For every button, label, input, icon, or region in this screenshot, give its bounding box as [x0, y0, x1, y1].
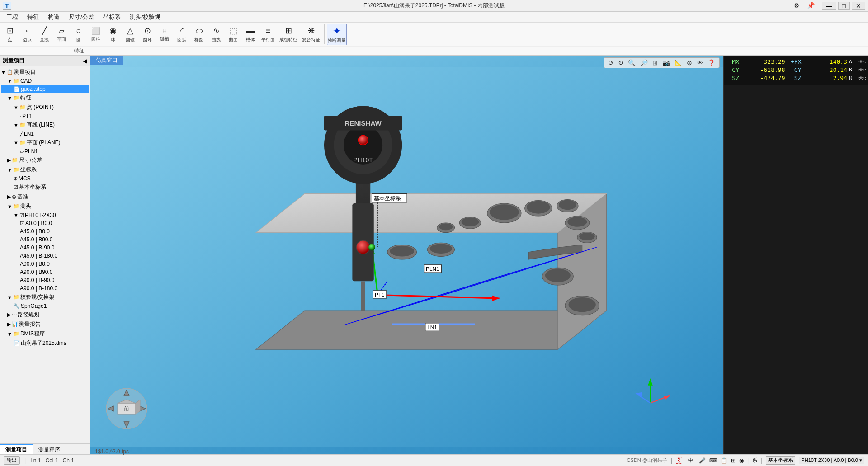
- tree-item-feature[interactable]: ▼ 📁 特征: [1, 93, 89, 103]
- tree-item-coord[interactable]: ▼ 📁 坐标系: [1, 165, 89, 174]
- menu-dimension[interactable]: 尺寸/公差: [64, 12, 99, 22]
- tree-item-calib[interactable]: ▼ 📁 校验规/交换架: [1, 292, 89, 302]
- tree-item-plane-group[interactable]: ▼ 📁 平面 (PLANE): [1, 138, 89, 147]
- tool-slot[interactable]: ▬ 槽体: [242, 24, 259, 45]
- mic-icon[interactable]: 🎤: [699, 457, 706, 464]
- settings-icon[interactable]: ⚙: [792, 2, 802, 10]
- tool-cylinder[interactable]: ⬜ 圆柱: [88, 24, 104, 45]
- tree-item-a45b90[interactable]: A45.0 | B90.0: [1, 235, 89, 244]
- restore-button[interactable]: □: [838, 2, 850, 10]
- tree-item-mcs[interactable]: ⊕ MCS: [1, 174, 89, 183]
- tool-plane[interactable]: ▱ 平面: [53, 24, 70, 45]
- tree-item-a90bn90[interactable]: A90.0 | B-90.0: [1, 276, 89, 284]
- menu-construct[interactable]: 构造: [43, 12, 64, 22]
- tree-item-report[interactable]: ▶ 📊 测量报告: [1, 320, 89, 329]
- tree-item-dms[interactable]: 📄 山润果子2025.dms: [1, 339, 89, 348]
- tree-item-probe[interactable]: ▼ 📁 测头: [1, 202, 89, 211]
- status-sep1: |: [24, 457, 26, 464]
- tree-item-a90bn180[interactable]: A90.0 | B-180.0: [1, 284, 89, 292]
- output-button[interactable]: 输出: [4, 456, 20, 465]
- toolbar-wrapper: ⊡ 点 ◦ 边点 ╱ 直线 ▱ 平面 ○ 圆 ⬜ 圆柱 ◉ 球: [0, 23, 868, 56]
- tree-item-path[interactable]: ▶ 〰 路径规划: [1, 310, 89, 320]
- tool-group-feature[interactable]: ⊞ 成组特征: [278, 24, 299, 45]
- tool-line[interactable]: ╱ 直线: [36, 24, 52, 45]
- svg-point-11: [462, 217, 479, 226]
- tool-edge-point[interactable]: ◦ 边点: [19, 24, 35, 45]
- tool-arc[interactable]: ◜ 圆弧: [174, 24, 190, 45]
- tool-arc-label: 圆弧: [177, 37, 186, 43]
- vp-help[interactable]: ❓: [706, 59, 717, 67]
- probe-info-label[interactable]: PH10T-2X30 | A0.0 | B0.0 ▾: [799, 457, 864, 464]
- tree-item-line-group[interactable]: ▼ 📁 直线 (LINE): [1, 120, 89, 130]
- vp-origin[interactable]: ⊕: [685, 59, 693, 67]
- menu-coord[interactable]: 坐标系: [99, 12, 125, 22]
- tool-cone-label: 圆锥: [126, 37, 135, 43]
- tool-circle[interactable]: ○ 圆: [71, 24, 87, 45]
- pin-icon[interactable]: 📌: [805, 2, 816, 10]
- tree-item-a45b0[interactable]: A45.0 | B0.0: [1, 227, 89, 235]
- tool-parallel[interactable]: ≡ 平行面: [259, 24, 277, 45]
- tree-item-root[interactable]: ▼ 📋 测量项目: [1, 67, 89, 77]
- tree-item-base[interactable]: ▶ ◎ 基准: [1, 192, 89, 202]
- viewport[interactable]: 仿真窗口 ↺ ↻ 🔍 🔎 ⊞ 📷 📐 ⊕ 👁 ❓: [90, 56, 723, 458]
- tree-item-point-group[interactable]: ▼ 📁 点 (POINT): [1, 103, 89, 112]
- vp-zoom-in[interactable]: 🔍: [627, 59, 637, 67]
- tool-keyslot[interactable]: ⌗ 键槽: [156, 24, 173, 45]
- minimize-button[interactable]: —: [822, 2, 836, 10]
- tree-item-dim[interactable]: ▶ 📁 尺寸/公差: [1, 155, 89, 165]
- status-ch: Ch 1: [63, 457, 74, 464]
- tree-item-sphgage[interactable]: 🔧 SphGage1: [1, 302, 89, 310]
- tree-item-a45bn90[interactable]: A45.0 | B-90.0: [1, 244, 89, 252]
- vp-fit[interactable]: ⊞: [651, 59, 659, 67]
- tree-item-a0b0[interactable]: ☑ A0.0 | B0.0: [1, 219, 89, 227]
- svg-marker-3: [256, 194, 606, 233]
- menu-feature[interactable]: 特征: [23, 12, 43, 22]
- tree-item-dmis[interactable]: ▼ 📁 DMIS程序: [1, 329, 89, 339]
- tool-curve[interactable]: ∿ 曲线: [208, 24, 224, 45]
- tab-program[interactable]: 测量程序: [33, 444, 66, 454]
- tree-item-pln1[interactable]: ▱ PLN1: [1, 147, 89, 155]
- tool-cone[interactable]: △ 圆锥: [122, 24, 138, 45]
- tool-surface[interactable]: ⬚ 曲面: [225, 24, 241, 45]
- tree-label-a90bn90: A90.0 | B-90.0: [20, 277, 55, 283]
- tree-item-a45bn180[interactable]: A45.0 | B-180.0: [1, 252, 89, 260]
- folder-icon-calib: 📁: [13, 294, 19, 300]
- tree-label-line-group: 直线 (LINE): [27, 121, 55, 129]
- tree-item-a90b90[interactable]: A90.0 | B90.0: [1, 268, 89, 276]
- tool-measure-infer[interactable]: ✦ 推断测量: [327, 24, 347, 45]
- tool-slot-label: 槽体: [246, 37, 255, 43]
- vp-capture[interactable]: 📷: [661, 59, 671, 67]
- vp-rotate-right[interactable]: ↻: [617, 59, 625, 67]
- clipboard-icon[interactable]: 📋: [721, 457, 727, 464]
- tree-item-pt1[interactable]: · PT1: [1, 112, 89, 120]
- tool-torus[interactable]: ⊙ 圆环: [139, 24, 156, 45]
- menu-probe[interactable]: 测头/校验规: [125, 12, 165, 22]
- tree-item-cad[interactable]: ▼ 📁 CAD: [1, 77, 89, 85]
- tool-sphere[interactable]: ◉ 球: [105, 24, 121, 45]
- tool-ellipse[interactable]: ⬭ 椭圆: [191, 24, 207, 45]
- svg-point-15: [567, 217, 587, 227]
- tool-point[interactable]: ⊡ 点: [2, 24, 18, 45]
- vp-zoom-out[interactable]: 🔎: [639, 59, 649, 67]
- panel-collapse-btn[interactable]: ◀: [83, 58, 87, 64]
- tree-item-guozi[interactable]: 📄 guozi.step: [1, 85, 89, 93]
- vp-rotate-left[interactable]: ↺: [607, 59, 615, 67]
- tree-item-ph10t[interactable]: ▼ ☑ PH10T-2X30: [1, 211, 89, 219]
- coord-sys-label[interactable]: 基本坐标系: [766, 456, 795, 465]
- tree-item-a90b0[interactable]: A90.0 | B0.0: [1, 260, 89, 268]
- compass-widget[interactable]: 前: [104, 386, 149, 431]
- tree-item-ln1[interactable]: ╱ LN1: [1, 130, 89, 138]
- vp-eye[interactable]: 👁: [695, 59, 704, 67]
- grid-icon[interactable]: ⊞: [731, 457, 736, 464]
- vp-measure[interactable]: 📐: [673, 59, 684, 67]
- close-button[interactable]: ✕: [852, 2, 865, 10]
- menu-project[interactable]: 工程: [2, 12, 23, 22]
- viewport-tab[interactable]: 仿真窗口: [90, 56, 123, 65]
- keyboard-icon[interactable]: ⌨: [709, 457, 717, 464]
- chinese-mode[interactable]: 中: [686, 457, 695, 464]
- tool-complex-feature[interactable]: ❋ 复合特征: [300, 24, 322, 45]
- titlebar-controls: ⚙ 📌 — □ ✕: [792, 2, 865, 10]
- tree-item-basesys[interactable]: ☑ 基本坐标系: [1, 183, 89, 192]
- circle-icon-status[interactable]: ◉: [739, 457, 744, 464]
- tab-project[interactable]: 测量项目: [0, 444, 33, 454]
